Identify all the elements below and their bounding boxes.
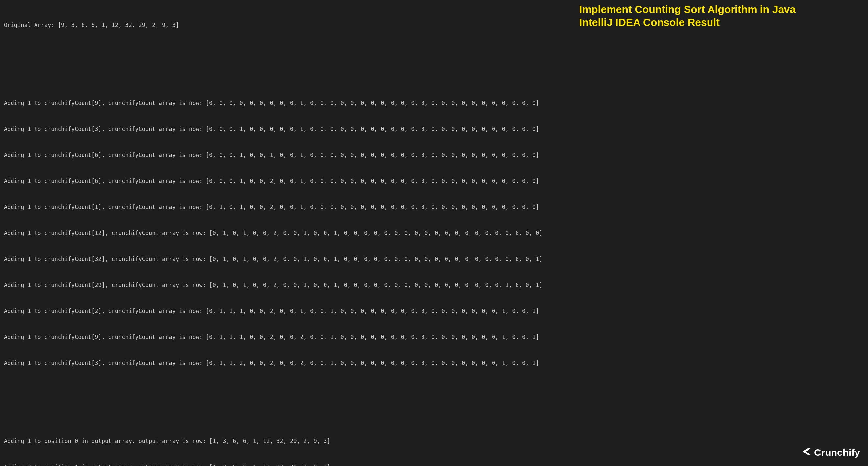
blank-line xyxy=(4,385,864,393)
count-step-line: Adding 1 to crunchifyCount[6], crunchify… xyxy=(4,177,864,185)
count-step-line: Adding 1 to crunchifyCount[6], crunchify… xyxy=(4,151,864,159)
console-output: Original Array: [9, 3, 6, 6, 1, 12, 32, … xyxy=(4,3,864,466)
count-step-line: Adding 1 to crunchifyCount[29], crunchif… xyxy=(4,281,864,289)
blank-line xyxy=(4,73,864,81)
count-step-line: Adding 1 to crunchifyCount[9], crunchify… xyxy=(4,333,864,341)
count-step-line: Adding 1 to crunchifyCount[3], crunchify… xyxy=(4,125,864,133)
count-step-line: Adding 1 to crunchifyCount[32], crunchif… xyxy=(4,255,864,263)
count-step-line: Adding 1 to crunchifyCount[2], crunchify… xyxy=(4,307,864,315)
title-line-1: Implement Counting Sort Algorithm in Jav… xyxy=(579,3,796,16)
title-overlay: Implement Counting Sort Algorithm in Jav… xyxy=(579,3,796,29)
output-step-line: Adding 2 to position 1 in output array, … xyxy=(4,463,864,466)
count-step-line: Adding 1 to crunchifyCount[9], crunchify… xyxy=(4,99,864,107)
count-step-line: Adding 1 to crunchifyCount[1], crunchify… xyxy=(4,203,864,211)
footer-logo: Crunchify xyxy=(803,445,860,460)
blank-line xyxy=(4,411,864,419)
count-step-line: Adding 1 to crunchifyCount[3], crunchify… xyxy=(4,359,864,367)
blank-line xyxy=(4,47,864,55)
crunchify-chevron-icon xyxy=(802,445,813,459)
count-step-line: Adding 1 to crunchifyCount[12], crunchif… xyxy=(4,229,864,237)
output-step-line: Adding 1 to position 0 in output array, … xyxy=(4,437,864,445)
footer-brand-text: Crunchify xyxy=(814,445,860,460)
title-line-2: IntelliJ IDEA Console Result xyxy=(579,16,796,29)
